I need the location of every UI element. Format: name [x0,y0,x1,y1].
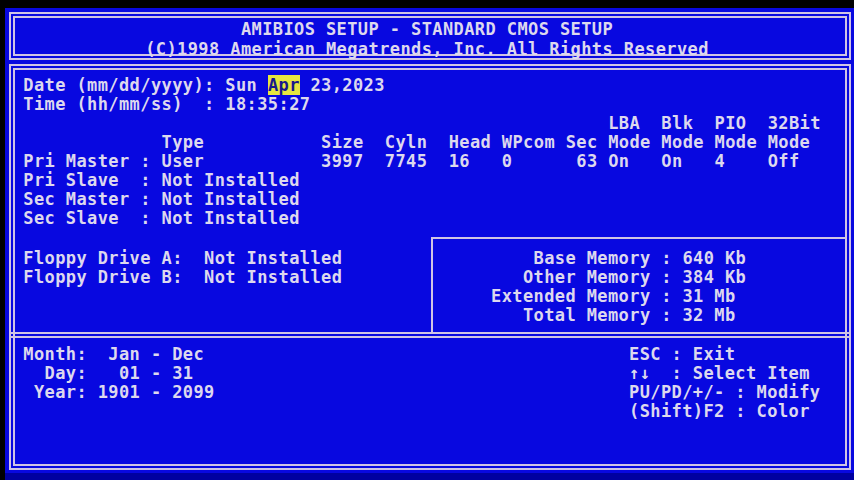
other-memory-value: Other Memory : 384 Kb [491,267,746,286]
help-esc-exit: ESC : Exit [629,344,735,363]
drive-row-sec-slave[interactable]: Sec Slave : Not Installed [2,208,300,227]
date-label: Date (mm/dd/yyyy): Sun [2,75,268,95]
bios-screen: AMIBIOS SETUP - STANDARD CMOS SETUP (C)1… [0,0,854,480]
overscan-left-strip [0,0,5,480]
month-field-selected[interactable]: Apr [268,75,300,95]
help-year-range: Year: 1901 - 2099 [2,382,215,401]
help-area-separator [11,332,849,338]
overscan-top-strip [0,0,854,8]
help-color-key: (Shift)F2 : Color [629,401,810,420]
time-field[interactable]: Time (hh/mm/ss) : 18:35:27 [2,94,310,113]
drive-row-pri-master[interactable]: Pri Master : User 3997 7745 16 0 63 On O… [2,151,800,170]
copyright-line: (C)1998 American Megatrends, Inc. All Ri… [0,39,854,58]
floppy-drive-a-field[interactable]: Floppy Drive A: Not Installed [2,248,342,267]
drive-table-header-2: Type Size Cyln Head WPcom Sec Mode Mode … [2,132,810,151]
drive-row-sec-master[interactable]: Sec Master : Not Installed [2,189,300,208]
floppy-drive-b-field[interactable]: Floppy Drive B: Not Installed [2,267,342,286]
setup-title: AMIBIOS SETUP - STANDARD CMOS SETUP [0,19,854,38]
base-memory-value: Base Memory : 640 Kb [491,248,746,267]
memory-box-left-border [431,237,433,332]
help-modify-keys: PU/PD/+/- : Modify [629,382,820,401]
total-memory-value: Total Memory : 32 Mb [491,305,736,324]
memory-box-top-border [431,237,845,239]
help-month-range: Month: Jan - Dec [2,344,204,363]
date-field[interactable]: Date (mm/dd/yyyy): Sun Apr 23,2023 [2,75,385,94]
overscan-bottom-strip [0,473,854,480]
help-day-range: Day: 01 - 31 [2,363,193,382]
drive-table-header-1: LBA Blk PIO 32Bit [2,113,821,132]
extended-memory-value: Extended Memory : 31 Mb [491,286,736,305]
drive-row-pri-slave[interactable]: Pri Slave : Not Installed [2,170,300,189]
date-value: 23,2023 [300,75,385,95]
help-select-item: ↑↓ : Select Item [629,363,810,382]
